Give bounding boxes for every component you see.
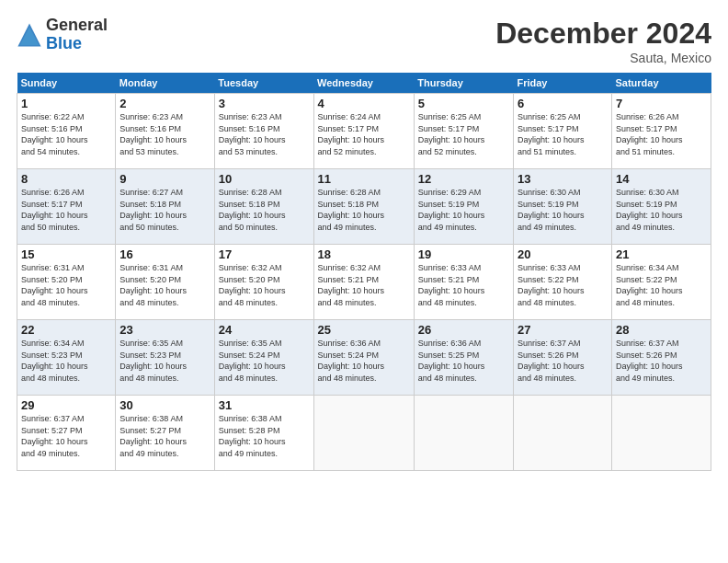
day-info: Sunrise: 6:33 AM Sunset: 5:22 PM Dayligh… [518,262,608,308]
calendar-cell: 21Sunrise: 6:34 AM Sunset: 5:22 PM Dayli… [611,245,711,320]
day-info: Sunrise: 6:26 AM Sunset: 5:17 PM Dayligh… [21,187,111,233]
day-number: 20 [518,247,608,261]
day-info: Sunrise: 6:37 AM Sunset: 5:26 PM Dayligh… [616,338,707,384]
day-number: 25 [318,323,410,337]
day-number: 10 [219,172,310,186]
calendar-cell: 4Sunrise: 6:24 AM Sunset: 5:17 PM Daylig… [313,94,414,169]
day-info: Sunrise: 6:25 AM Sunset: 5:17 PM Dayligh… [418,111,509,157]
day-number: 19 [418,247,509,261]
calendar-cell: 18Sunrise: 6:32 AM Sunset: 5:21 PM Dayli… [313,245,414,320]
week-row-3: 15Sunrise: 6:31 AM Sunset: 5:20 PM Dayli… [17,245,711,320]
day-info: Sunrise: 6:30 AM Sunset: 5:19 PM Dayligh… [616,187,707,233]
calendar-cell: 8Sunrise: 6:26 AM Sunset: 5:17 PM Daylig… [17,169,116,245]
calendar-cell: 12Sunrise: 6:29 AM Sunset: 5:19 PM Dayli… [414,169,513,245]
day-info: Sunrise: 6:23 AM Sunset: 5:16 PM Dayligh… [219,111,310,157]
day-info: Sunrise: 6:27 AM Sunset: 5:18 PM Dayligh… [119,187,210,233]
day-number: 24 [219,323,310,337]
day-info: Sunrise: 6:33 AM Sunset: 5:21 PM Dayligh… [418,262,509,308]
calendar-cell: 6Sunrise: 6:25 AM Sunset: 5:17 PM Daylig… [513,94,611,169]
calendar-cell: 3Sunrise: 6:23 AM Sunset: 5:16 PM Daylig… [214,94,313,169]
week-row-1: 1Sunrise: 6:22 AM Sunset: 5:16 PM Daylig… [17,94,711,169]
day-number: 14 [616,172,707,186]
page: General Blue December 2024 Sauta, Mexico… [0,0,728,563]
day-number: 3 [219,97,310,110]
day-info: Sunrise: 6:31 AM Sunset: 5:20 PM Dayligh… [119,262,210,308]
day-number: 18 [318,247,410,261]
calendar: Sunday Monday Tuesday Wednesday Thursday… [17,73,711,471]
calendar-cell: 31Sunrise: 6:38 AM Sunset: 5:28 PM Dayli… [214,396,313,471]
calendar-cell: 16Sunrise: 6:31 AM Sunset: 5:20 PM Dayli… [116,245,215,320]
day-number: 12 [418,172,509,186]
calendar-cell: 27Sunrise: 6:37 AM Sunset: 5:26 PM Dayli… [513,320,611,396]
day-number: 17 [219,247,310,261]
day-number: 5 [418,97,509,110]
col-sunday: Sunday [17,73,116,94]
logo: General Blue [17,17,108,53]
day-info: Sunrise: 6:36 AM Sunset: 5:24 PM Dayligh… [318,338,410,384]
col-friday: Friday [513,73,611,94]
day-info: Sunrise: 6:34 AM Sunset: 5:23 PM Dayligh… [21,338,111,384]
day-info: Sunrise: 6:28 AM Sunset: 5:18 PM Dayligh… [219,187,310,233]
day-info: Sunrise: 6:30 AM Sunset: 5:19 PM Dayligh… [518,187,608,233]
day-info: Sunrise: 6:36 AM Sunset: 5:25 PM Dayligh… [418,338,509,384]
calendar-cell: 29Sunrise: 6:37 AM Sunset: 5:27 PM Dayli… [17,396,116,471]
calendar-cell: 25Sunrise: 6:36 AM Sunset: 5:24 PM Dayli… [313,320,414,396]
day-number: 27 [518,323,608,337]
day-info: Sunrise: 6:28 AM Sunset: 5:18 PM Dayligh… [318,187,410,233]
calendar-cell: 11Sunrise: 6:28 AM Sunset: 5:18 PM Dayli… [313,169,414,245]
day-info: Sunrise: 6:24 AM Sunset: 5:17 PM Dayligh… [318,111,410,157]
day-number: 1 [21,97,111,110]
calendar-cell: 14Sunrise: 6:30 AM Sunset: 5:19 PM Dayli… [611,169,711,245]
day-number: 28 [616,323,707,337]
day-number: 21 [616,247,707,261]
calendar-cell: 22Sunrise: 6:34 AM Sunset: 5:23 PM Dayli… [17,320,116,396]
day-number: 23 [119,323,210,337]
logo-icon [17,22,42,48]
day-info: Sunrise: 6:32 AM Sunset: 5:21 PM Dayligh… [318,262,410,308]
col-monday: Monday [116,73,215,94]
col-wednesday: Wednesday [313,73,414,94]
day-info: Sunrise: 6:32 AM Sunset: 5:20 PM Dayligh… [219,262,310,308]
day-number: 6 [518,97,608,110]
day-number: 8 [21,172,111,186]
calendar-cell: 7Sunrise: 6:26 AM Sunset: 5:17 PM Daylig… [611,94,711,169]
day-number: 15 [21,247,111,261]
day-info: Sunrise: 6:37 AM Sunset: 5:26 PM Dayligh… [518,338,608,384]
day-info: Sunrise: 6:38 AM Sunset: 5:27 PM Dayligh… [119,413,210,459]
day-number: 30 [119,398,210,412]
calendar-cell: 17Sunrise: 6:32 AM Sunset: 5:20 PM Dayli… [214,245,313,320]
day-info: Sunrise: 6:31 AM Sunset: 5:20 PM Dayligh… [21,262,111,308]
day-number: 2 [119,97,210,110]
day-number: 29 [21,398,111,412]
title-block: December 2024 Sauta, Mexico [495,17,711,65]
calendar-cell: 20Sunrise: 6:33 AM Sunset: 5:22 PM Dayli… [513,245,611,320]
day-info: Sunrise: 6:35 AM Sunset: 5:23 PM Dayligh… [119,338,210,384]
day-number: 13 [518,172,608,186]
calendar-cell: 24Sunrise: 6:35 AM Sunset: 5:24 PM Dayli… [214,320,313,396]
calendar-cell: 5Sunrise: 6:25 AM Sunset: 5:17 PM Daylig… [414,94,513,169]
calendar-cell: 26Sunrise: 6:36 AM Sunset: 5:25 PM Dayli… [414,320,513,396]
calendar-cell: 1Sunrise: 6:22 AM Sunset: 5:16 PM Daylig… [17,94,116,169]
day-info: Sunrise: 6:35 AM Sunset: 5:24 PM Dayligh… [219,338,310,384]
week-row-4: 22Sunrise: 6:34 AM Sunset: 5:23 PM Dayli… [17,320,711,396]
day-number: 16 [119,247,210,261]
logo-text: General Blue [46,17,108,53]
day-info: Sunrise: 6:29 AM Sunset: 5:19 PM Dayligh… [418,187,509,233]
calendar-header-row: Sunday Monday Tuesday Wednesday Thursday… [17,73,711,94]
calendar-cell: 19Sunrise: 6:33 AM Sunset: 5:21 PM Dayli… [414,245,513,320]
logo-general: General [46,16,108,34]
day-number: 4 [318,97,410,110]
week-row-2: 8Sunrise: 6:26 AM Sunset: 5:17 PM Daylig… [17,169,711,245]
day-number: 26 [418,323,509,337]
svg-marker-1 [20,27,40,45]
calendar-cell: 13Sunrise: 6:30 AM Sunset: 5:19 PM Dayli… [513,169,611,245]
day-number: 7 [616,97,707,110]
day-number: 9 [119,172,210,186]
month-title: December 2024 [495,17,711,51]
logo-blue: Blue [46,34,82,52]
day-number: 11 [318,172,410,186]
day-info: Sunrise: 6:26 AM Sunset: 5:17 PM Dayligh… [616,111,707,157]
day-info: Sunrise: 6:22 AM Sunset: 5:16 PM Dayligh… [21,111,111,157]
calendar-cell [414,396,513,471]
day-info: Sunrise: 6:23 AM Sunset: 5:16 PM Dayligh… [119,111,210,157]
